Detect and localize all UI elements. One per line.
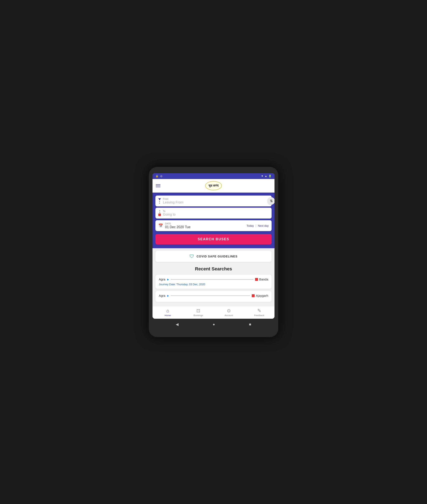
from-label: From <box>163 198 183 200</box>
home-hardware-button[interactable]: ● <box>213 322 215 327</box>
swap-icon: ⇅ <box>270 199 273 203</box>
app-header: सुड आनंद <box>152 179 274 193</box>
from-value: Leaving From <box>163 201 183 204</box>
nav-feedback-label: Feedback <box>254 314 264 317</box>
journey-date-1: Journey Date: Thursday, 03 Dec, 2020 <box>159 283 268 286</box>
next-day-button[interactable]: Next day <box>258 224 269 227</box>
covid-banner[interactable]: 🛡 COVID SAFE GUIDELINES <box>155 251 272 262</box>
from-city-1: Agra <box>159 277 166 281</box>
to-square-icon <box>158 213 161 216</box>
date-input-card[interactable]: 📅 DATE 01 Dec 2020 Tue Today | Next day <box>155 220 272 231</box>
bookings-icon: ⊡ <box>196 308 200 314</box>
nav-bookings-label: Bookings <box>193 314 203 317</box>
data-icon: ◎ <box>160 175 162 178</box>
recent-searches-title: Recent Searches <box>155 266 272 272</box>
date-label: DATE <box>165 222 191 225</box>
nav-feedback[interactable]: ✎ Feedback <box>253 308 266 317</box>
today-button[interactable]: Today <box>246 224 254 227</box>
from-input-card[interactable]: From Leaving From ⇅ <box>155 196 272 206</box>
to-city-square-1 <box>255 278 258 281</box>
bottom-nav: ⌂ Home ⊡ Bookings ⊙ Account ✎ Feedback <box>152 306 274 319</box>
wifi-icon: ▼ <box>261 175 263 178</box>
device-frame: 🔒 ◎ ▼ ▲ 🔋 सुड आनंद <box>149 167 278 337</box>
app-logo: सुड आनंद <box>205 181 222 190</box>
swap-button[interactable]: ⇅ <box>267 197 274 205</box>
from-triangle-icon <box>158 198 161 200</box>
search-card-2[interactable]: Agra ▶ Ajaygarh <box>155 291 272 302</box>
status-right: ▼ ▲ 🔋 <box>261 175 272 178</box>
to-city-2: Ajaygarh <box>256 294 268 297</box>
date-value: 01 Dec 2020 Tue <box>165 225 191 229</box>
route-arrow-icon-2: ▶ <box>167 294 169 297</box>
device-screen: 🔒 ◎ ▼ ▲ 🔋 सुड आनंद <box>152 173 274 319</box>
sim-icon: 🔒 <box>155 175 159 178</box>
feedback-icon: ✎ <box>257 308 261 314</box>
search-section: From Leaving From ⇅ <box>152 193 274 248</box>
to-input-card[interactable]: To Going to <box>155 208 272 219</box>
status-bar: 🔒 ◎ ▼ ▲ 🔋 <box>152 173 274 179</box>
nav-home[interactable]: ⌂ Home <box>161 308 174 317</box>
recent-searches-section: Recent Searches Agra ▶ Banda Journey Dat… <box>152 265 274 306</box>
home-icon: ⌂ <box>166 308 169 314</box>
nav-account-label: Account <box>225 314 233 317</box>
nav-home-label: Home <box>165 314 171 317</box>
recent-apps-button[interactable]: ■ <box>249 322 251 327</box>
hamburger-menu-button[interactable] <box>156 184 160 187</box>
device-bottom-bar: ◀ ● ■ <box>152 319 274 327</box>
battery-icon: 🔋 <box>268 175 272 178</box>
route-arrow-icon-1: ▶ <box>167 278 169 281</box>
to-city-square-2 <box>252 294 255 297</box>
to-value: Going to <box>163 213 175 216</box>
from-city-2: Agra <box>159 294 166 297</box>
status-left: 🔒 ◎ <box>155 175 162 178</box>
calendar-icon: 📅 <box>158 223 163 228</box>
nav-account[interactable]: ⊙ Account <box>222 308 235 317</box>
to-city-1: Banda <box>259 277 268 281</box>
search-buses-button[interactable]: SEARCH BUSES <box>155 234 272 244</box>
covid-text: COVID SAFE GUIDELINES <box>197 255 237 258</box>
to-label: To <box>163 210 175 212</box>
search-card-1[interactable]: Agra ▶ Banda Journey Date: Thursday, 03 … <box>155 275 272 289</box>
nav-bookings[interactable]: ⊡ Bookings <box>192 308 205 317</box>
route-line-1 <box>171 279 253 280</box>
route-line-2 <box>171 296 250 296</box>
account-icon: ⊙ <box>227 308 231 314</box>
logo-text: सुड आनंद <box>208 184 219 187</box>
shield-icon: 🛡 <box>190 254 194 259</box>
logo-container: सुड आनंद <box>160 181 267 190</box>
signal-icon: ▲ <box>265 175 267 178</box>
back-button[interactable]: ◀ <box>176 322 179 327</box>
